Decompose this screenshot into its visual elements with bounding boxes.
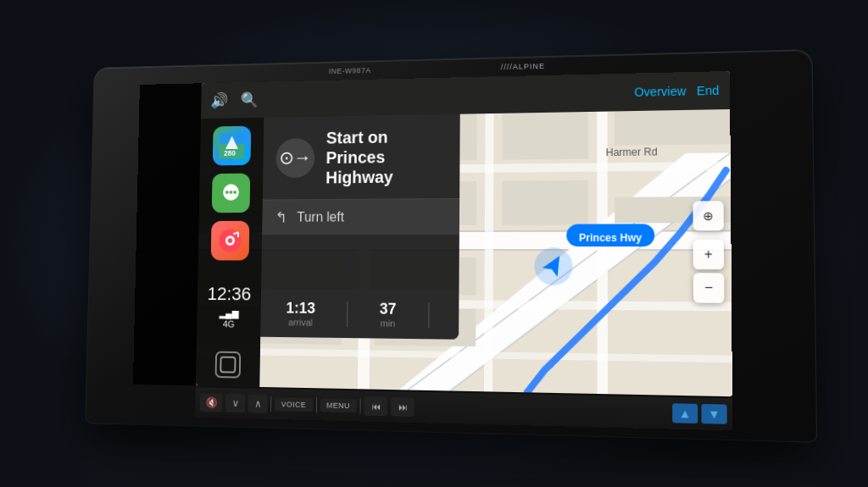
direction-line1: Start on Princes — [326, 125, 446, 167]
eta-row: 1:13 arrival 37 min 38.0 km — [260, 289, 460, 339]
zoom-in-button[interactable]: + — [693, 239, 725, 268]
map-controls: ⊕ + − — [693, 201, 724, 303]
volume-icon[interactable]: 🔊 — [210, 91, 228, 109]
mute-button[interactable]: 🔇 — [200, 393, 223, 412]
eta-divider-2 — [428, 302, 429, 327]
svg-rect-22 — [615, 108, 731, 145]
svg-rect-14 — [502, 111, 588, 159]
left-panel — [133, 83, 202, 385]
signal-display: ▂▄▆ — [220, 307, 239, 318]
skip-forward-button[interactable]: ⏭ — [391, 397, 415, 417]
separator-3 — [360, 398, 361, 413]
eta-time-value: 1:13 — [286, 299, 315, 317]
zoom-out-button[interactable]: − — [693, 273, 725, 303]
nav-panel: ⊙→ Start on Princes Highway ↰ Turn left — [260, 113, 460, 339]
separator-2 — [315, 397, 316, 412]
down-arrow-button[interactable]: ∨ — [225, 393, 245, 412]
eta-min-value: 37 — [380, 300, 397, 318]
music-app-icon[interactable] — [211, 220, 250, 260]
carplay-ui: 🔊 🔍 Overview End — [196, 70, 732, 396]
direction-arrow-icon: ⊙→ — [279, 147, 311, 169]
end-button[interactable]: End — [697, 83, 719, 97]
turn-left-text: Turn left — [297, 209, 344, 224]
eta-time-label: arrival — [288, 317, 313, 327]
network-display: 4G — [223, 318, 235, 329]
up-arrow-button[interactable]: ∧ — [248, 394, 267, 412]
compass-button[interactable]: ⊕ — [693, 201, 723, 230]
direction-line2: Highway — [326, 166, 446, 187]
svg-rect-8 — [484, 113, 494, 390]
time-area: 12:36 ▂▄▆ 4G — [207, 268, 252, 343]
turn-left-row: ↰ Turn left — [262, 199, 459, 235]
eta-min-label: min — [381, 318, 396, 328]
separator-1 — [270, 396, 271, 412]
direction-card: ⊙→ Start on Princes Highway — [263, 113, 460, 200]
nav-down-button[interactable]: ▼ — [701, 403, 726, 423]
spacer — [418, 407, 669, 412]
svg-rect-19 — [502, 180, 588, 224]
eta-minutes: 37 min — [380, 300, 397, 328]
direction-text: Start on Princes Highway — [326, 125, 447, 187]
device-wrapper: INE-W987A ////ALPINE 🔊 🔍 Overview End — [44, 24, 824, 464]
device-brand: ////ALPINE — [501, 62, 545, 71]
header-left: 🔊 🔍 — [210, 91, 258, 109]
svg-text:280: 280 — [224, 148, 236, 157]
device-body: INE-W987A ////ALPINE 🔊 🔍 Overview End — [86, 50, 816, 442]
home-button[interactable] — [215, 351, 242, 378]
screen: 🔊 🔍 Overview End — [196, 70, 732, 396]
turn-left-icon: ↰ — [275, 208, 287, 226]
direction-icon-circle: ⊙→ — [275, 137, 314, 177]
clock-display: 12:36 — [207, 283, 251, 305]
overview-button[interactable]: Overview — [634, 84, 686, 98]
nav-up-button[interactable]: ▲ — [672, 403, 698, 423]
maps-app-icon[interactable]: 280 — [213, 125, 251, 165]
left-sidebar: 280 — [196, 117, 264, 386]
carplay-main: Harmer Rd Princes Hwy — [196, 108, 732, 396]
svg-text:Princes Hwy: Princes Hwy — [579, 232, 643, 243]
device-model: INE-W987A — [329, 66, 371, 75]
eta-arrival: 1:13 arrival — [286, 299, 315, 327]
voice-button[interactable]: VOICE — [275, 397, 313, 412]
header-right: Overview End — [634, 83, 719, 98]
menu-button[interactable]: MENU — [320, 398, 356, 412]
skip-back-button[interactable]: ⏮ — [364, 396, 387, 416]
device-reflection — [84, 423, 817, 487]
search-icon[interactable]: 🔍 — [241, 91, 259, 109]
messages-app-icon[interactable] — [212, 173, 251, 213]
device-top-bar: INE-W987A ////ALPINE — [313, 61, 563, 75]
svg-text:Harmer Rd: Harmer Rd — [606, 146, 658, 157]
eta-divider-1 — [347, 301, 348, 326]
